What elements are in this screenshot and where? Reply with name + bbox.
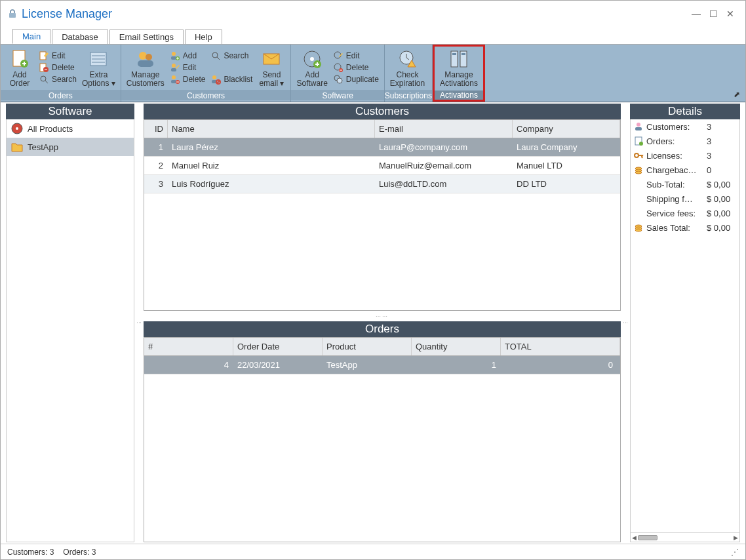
details-title: Details <box>630 104 740 119</box>
group-label: Orders <box>1 90 121 100</box>
table-row[interactable]: 2Manuel RuizManuelRuiz@email.comManuel L… <box>144 157 620 175</box>
user-delete-icon <box>170 74 180 85</box>
customers-icon <box>135 49 156 70</box>
col-qty[interactable]: Quantity <box>412 338 501 355</box>
edit-customer-button[interactable]: Edit <box>167 62 208 73</box>
scroll-thumb[interactable] <box>638 535 658 540</box>
sidebar-item-all-products[interactable]: All Products <box>7 119 134 138</box>
ribbon-group-customers: ManageCustomers Add Edit Delete Search B… <box>121 45 291 102</box>
key-icon <box>633 150 644 161</box>
col-id[interactable]: ID <box>144 120 168 138</box>
tab-email-settings[interactable]: Email Settings <box>109 30 184 44</box>
details-row: Service fees:$ 0,00 <box>631 206 739 220</box>
table-row[interactable]: 1Laura PérezLauraP@company.comLaura Comp… <box>144 138 620 157</box>
details-panel: Details Customers:3Orders:3Licenses:3Cha… <box>630 104 740 542</box>
blank-icon <box>633 179 644 190</box>
check-expiration-button[interactable]: CheckExpiration <box>387 46 427 89</box>
h-splitter[interactable]: ⋯⋯ <box>144 311 621 321</box>
blacklist-button[interactable]: Blacklist <box>208 73 255 85</box>
group-label: Subscriptions <box>385 90 432 100</box>
ribbon: AddOrder Edit Delete Search ExtraOptions… <box>1 44 745 102</box>
status-bar: Customers: 3 Orders: 3 ⋰ <box>1 544 745 559</box>
delete-icon <box>39 62 49 73</box>
ribbon-collapse-icon[interactable]: ⬈ <box>734 90 740 99</box>
svg-point-43 <box>635 153 638 157</box>
sidebar-item-label: All Products <box>28 124 73 134</box>
app-window: License Manager — ☐ ✕ Main Database Emai… <box>0 0 746 560</box>
disc-add-icon <box>302 49 323 70</box>
details-row: Chargebac…0 <box>631 163 739 177</box>
send-email-button[interactable]: Sendemail ▾ <box>255 46 288 89</box>
extra-options-button[interactable]: ExtraOptions ▾ <box>79 46 118 89</box>
table-row[interactable]: 422/03/2021TestApp10 <box>144 356 620 374</box>
col-product[interactable]: Product <box>323 338 412 355</box>
tab-help[interactable]: Help <box>185 30 222 44</box>
main-content: Software All ProductsTestApp ⋮ Customers… <box>1 102 745 544</box>
svg-point-14 <box>172 64 176 68</box>
group-label: Activations <box>433 90 485 102</box>
tab-database[interactable]: Database <box>52 30 108 44</box>
envelope-icon <box>261 49 282 70</box>
delete-customer-button[interactable]: Delete <box>167 73 208 85</box>
title-bar: License Manager — ☐ ✕ <box>1 1 745 27</box>
svg-point-16 <box>172 75 176 79</box>
v-splitter-right[interactable]: ⋮ <box>622 104 629 542</box>
minimize-button[interactable]: — <box>688 9 705 19</box>
v-splitter[interactable]: ⋮ <box>136 104 142 542</box>
details-row: Sub-Total:$ 0,00 <box>631 177 739 191</box>
orders-grid: # Order Date Product Quantity TOTAL 422/… <box>144 337 621 542</box>
details-row: Licenses:3 <box>631 148 739 163</box>
svg-point-27 <box>334 52 341 58</box>
duplicate-icon <box>333 74 344 85</box>
details-row: Orders:3 <box>631 134 739 148</box>
delete-software-button[interactable]: Delete <box>330 62 382 73</box>
edit-order-button[interactable]: Edit <box>36 50 79 62</box>
col-name[interactable]: Name <box>168 120 375 138</box>
search-order-button[interactable]: Search <box>36 73 79 85</box>
search-icon <box>39 74 49 85</box>
svg-rect-36 <box>461 53 465 55</box>
manage-activations-button[interactable]: ManageActivations <box>437 48 481 89</box>
status-orders: Orders: 3 <box>63 548 96 557</box>
status-customers: Customers: 3 <box>7 548 54 557</box>
folder-icon <box>10 140 24 153</box>
duplicate-software-button[interactable]: Duplicate <box>330 73 382 85</box>
user-add-icon <box>170 50 180 61</box>
maximize-button[interactable]: ☐ <box>705 9 722 19</box>
col-company[interactable]: Company <box>513 120 620 138</box>
svg-rect-15 <box>171 68 176 71</box>
add-software-button[interactable]: AddSoftware <box>294 46 330 89</box>
group-label: Customers <box>121 90 291 100</box>
resize-grip-icon[interactable]: ⋰ <box>731 548 739 557</box>
col-total[interactable]: TOTAL <box>501 338 620 355</box>
add-order-button[interactable]: AddOrder <box>3 46 36 89</box>
col-email[interactable]: E-mail <box>375 120 513 138</box>
sidebar-item-testapp[interactable]: TestApp <box>7 138 134 156</box>
col-date[interactable]: Order Date <box>233 338 323 355</box>
svg-rect-17 <box>171 80 176 83</box>
chevron-down-icon: ▾ <box>278 79 284 88</box>
delete-order-button[interactable]: Delete <box>36 62 79 73</box>
add-customer-button[interactable]: Add <box>167 50 208 62</box>
svg-rect-40 <box>635 127 642 130</box>
svg-point-19 <box>212 52 218 58</box>
svg-point-38 <box>16 127 18 130</box>
svg-point-25 <box>310 57 314 61</box>
svg-rect-0 <box>9 13 16 18</box>
close-button[interactable]: ✕ <box>722 9 739 19</box>
details-row: Sales Total:$ 0,00 <box>631 220 739 235</box>
tab-main[interactable]: Main <box>12 29 50 44</box>
svg-point-49 <box>635 229 642 231</box>
edit-software-button[interactable]: Edit <box>330 50 382 62</box>
svg-point-39 <box>637 123 640 127</box>
svg-point-6 <box>41 76 46 81</box>
label: AddOrder <box>10 71 30 88</box>
edit-icon <box>39 50 49 61</box>
col-num[interactable]: # <box>144 338 233 355</box>
table-row[interactable]: 3Luis RodríguezLuis@ddLTD.comDD LTD <box>144 175 620 193</box>
ribbon-group-activations: ManageActivations Activations <box>433 45 485 102</box>
details-scrollbar[interactable]: ◀ ▶ <box>631 532 739 542</box>
disc-edit-icon <box>333 50 344 61</box>
search-customer-button[interactable]: Search <box>208 50 255 62</box>
manage-customers-button[interactable]: ManageCustomers <box>124 46 167 89</box>
